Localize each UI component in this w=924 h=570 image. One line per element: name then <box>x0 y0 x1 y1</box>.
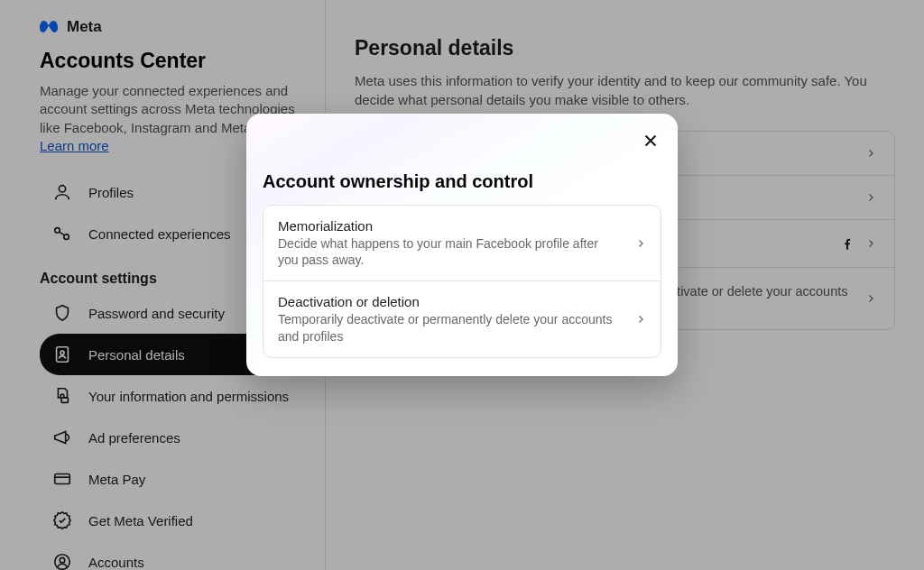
dialog-row-title: Deactivation or deletion <box>278 294 621 309</box>
close-icon <box>641 131 661 151</box>
close-button[interactable] <box>638 128 663 153</box>
chevron-right-icon <box>635 314 646 325</box>
dialog-title: Account ownership and control <box>263 171 661 192</box>
chevron-right-icon <box>635 238 646 249</box>
dialog-row-sub: Decide what happens to your main Faceboo… <box>278 235 621 268</box>
dialog-row-deactivation[interactable]: Deactivation or deletion Temporarily dea… <box>263 281 661 356</box>
dialog-row-title: Memorialization <box>278 218 621 234</box>
dialog-row-sub: Temporarily deactivate or permanently de… <box>278 311 621 344</box>
ownership-dialog: Account ownership and control Memorializ… <box>246 114 678 376</box>
modal-overlay[interactable]: Account ownership and control Memorializ… <box>0 0 924 570</box>
app-root: Meta Accounts Center Manage your connect… <box>0 0 924 570</box>
dialog-row-memorialization[interactable]: Memorialization Decide what happens to y… <box>263 206 661 281</box>
dialog-list: Memorialization Decide what happens to y… <box>263 205 661 358</box>
